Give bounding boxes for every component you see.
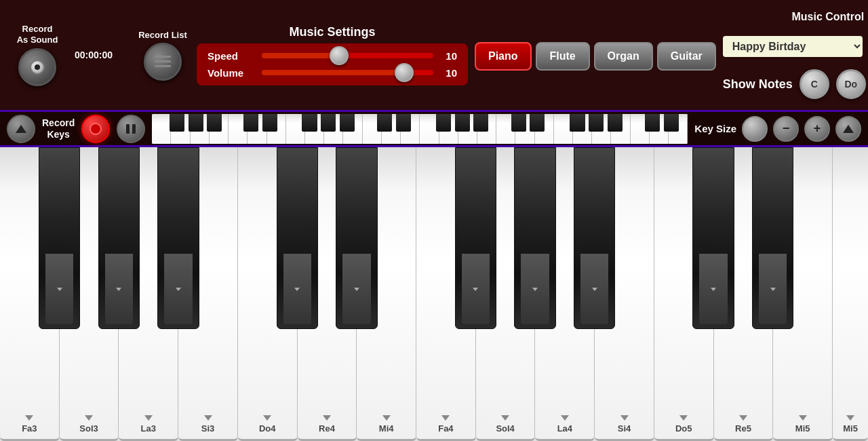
guitar-button[interactable]: Guitar [657, 42, 716, 71]
piano-black-key[interactable] [455, 147, 496, 329]
key-size-increase-button[interactable]: + [804, 116, 830, 142]
pause-icon [126, 124, 136, 134]
mini-black-key[interactable] [170, 114, 184, 132]
record-list-label: Record List [138, 30, 187, 40]
partial-white-key-arrow-icon [846, 415, 854, 421]
volume-row: Volume 10 [208, 67, 457, 79]
piano-key-label: Mi5 [795, 423, 810, 434]
piano-key-label: Fa4 [438, 423, 453, 434]
mini-black-key[interactable] [396, 114, 411, 132]
key-size-decrease-button[interactable]: − [773, 116, 799, 142]
speed-slider[interactable] [262, 53, 433, 58]
music-control-title: Music Control [723, 11, 868, 23]
speed-value: 10 [440, 50, 457, 62]
record-button-dot [35, 64, 40, 70]
key-size-up-button[interactable] [835, 116, 861, 142]
mini-black-key[interactable] [377, 114, 392, 132]
piano-key-label-partial: Mi5 [843, 423, 858, 434]
record-list-section: Record List [136, 30, 190, 81]
white-key-arrow-icon [25, 415, 33, 421]
record-as-sound-button[interactable] [18, 48, 56, 86]
record-keys-label: Record Keys [42, 117, 75, 140]
show-notes-label: Show Notes [723, 77, 793, 92]
mini-black-key[interactable] [570, 114, 585, 132]
piano-key-label: Re5 [735, 423, 751, 434]
mini-keyboard-strip [152, 114, 688, 144]
instrument-buttons: Piano Flute Organ Guitar [475, 42, 716, 71]
mini-black-key[interactable] [340, 114, 355, 132]
mini-black-key[interactable] [608, 114, 623, 132]
white-key-arrow-icon [679, 415, 688, 421]
volume-thumb[interactable] [395, 63, 414, 82]
mini-black-key[interactable] [511, 114, 526, 132]
piano-black-key[interactable] [39, 147, 80, 329]
record-list-button[interactable] [144, 43, 182, 81]
piano-key-label: Sol3 [79, 423, 98, 434]
record-button[interactable] [81, 115, 110, 143]
piano-black-key[interactable] [157, 147, 199, 329]
volume-label: Volume [208, 67, 255, 79]
mini-black-key[interactable] [589, 114, 604, 132]
mini-black-key[interactable] [664, 114, 679, 132]
mini-black-key[interactable] [455, 114, 470, 132]
record-button-inner [30, 60, 45, 75]
pause-button[interactable] [117, 115, 145, 143]
piano-black-key[interactable] [752, 147, 793, 329]
note-c-button[interactable]: C [800, 69, 829, 99]
black-key-inner [699, 254, 728, 324]
piano-button[interactable]: Piano [475, 42, 532, 71]
black-key-inner [105, 254, 134, 324]
white-key-arrow-icon [204, 415, 212, 421]
flute-button[interactable]: Flute [536, 42, 590, 71]
piano-key-label: Re4 [319, 423, 335, 434]
mini-black-key[interactable] [473, 114, 488, 132]
mini-black-key[interactable] [243, 114, 258, 132]
white-key-arrow-icon [620, 415, 629, 421]
mini-black-key[interactable] [207, 114, 222, 132]
mini-black-key[interactable] [302, 114, 317, 132]
key-size-knob[interactable] [742, 116, 768, 142]
piano-black-key[interactable] [514, 147, 555, 329]
speed-thumb[interactable] [330, 46, 349, 65]
piano-black-key[interactable] [692, 147, 734, 329]
piano-black-key[interactable] [574, 147, 615, 329]
record-keys-row: Record Keys Key Size − + [0, 112, 868, 147]
black-key-inner [462, 254, 490, 324]
black-key-inner [164, 254, 193, 324]
mini-white-key[interactable] [152, 114, 171, 144]
white-key-arrow-icon [501, 415, 509, 421]
song-dropdown[interactable]: Happy Birtday [723, 36, 863, 57]
white-key-arrow-icon [799, 415, 807, 421]
white-key-arrow-icon [323, 415, 331, 421]
piano-black-key[interactable] [336, 147, 377, 329]
mini-black-key[interactable] [530, 114, 545, 132]
volume-value: 10 [440, 67, 457, 79]
piano-white-key-partial[interactable]: Mi5 [833, 147, 868, 441]
music-control-section: Music Control Happy Birtday Show Notes C… [723, 11, 868, 99]
mini-black-key[interactable] [262, 114, 277, 132]
mini-black-key[interactable] [436, 114, 451, 132]
mini-black-key[interactable] [321, 114, 336, 132]
scroll-up-button[interactable] [7, 115, 35, 143]
white-key-arrow-icon [85, 415, 93, 421]
up-arrow-icon [16, 125, 26, 133]
piano-black-key[interactable] [277, 147, 318, 329]
svg-rect-1 [155, 60, 171, 62]
speed-row: Speed 10 [208, 50, 457, 62]
piano-black-key[interactable] [98, 147, 140, 329]
organ-button[interactable]: Organ [594, 42, 653, 71]
black-key-arrow-icon [711, 288, 716, 291]
piano-key-label: Do4 [259, 423, 276, 434]
black-key-inner [283, 254, 312, 324]
piano-key-label: Sol4 [496, 423, 514, 434]
piano-key-label: La4 [557, 423, 572, 434]
piano-key-label: Do5 [675, 423, 692, 434]
black-key-arrow-icon [176, 288, 181, 291]
black-key-arrow-icon [294, 288, 300, 291]
note-do-button[interactable]: Do [836, 69, 866, 99]
white-key-arrow-icon [263, 415, 271, 421]
key-size-section: Key Size − + [694, 116, 861, 142]
volume-slider[interactable] [262, 70, 433, 75]
mini-black-key[interactable] [645, 114, 660, 132]
mini-black-key[interactable] [189, 114, 203, 132]
